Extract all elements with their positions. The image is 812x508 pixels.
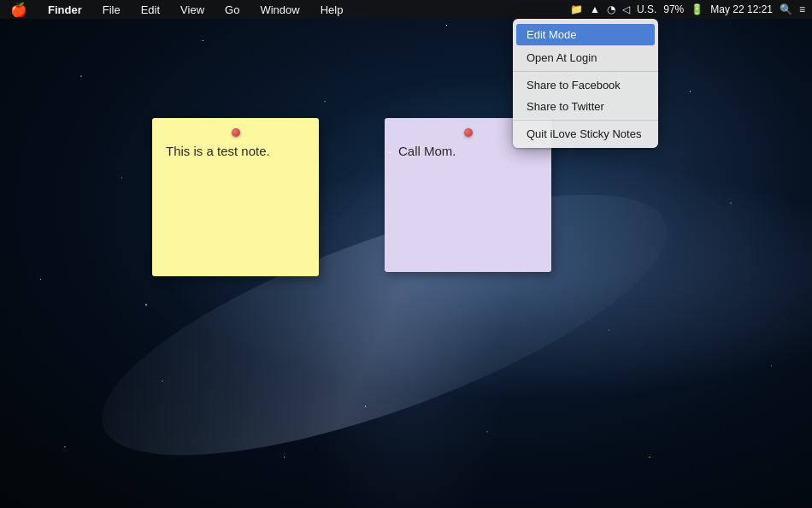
menu-icon[interactable]: ≡ [799,3,805,15]
menu-open-at-login[interactable]: Open At Login [513,47,658,68]
menubar-right: 📁 ▲ ◔ ◁ U.S. 97% 🔋 May 22 12:21 🔍 ≡ [570,3,805,15]
folder-icon: 📁 [570,3,583,15]
menu-edit-mode[interactable]: Edit Mode [516,24,655,45]
menu-quit[interactable]: Quit iLove Sticky Notes [513,123,658,145]
edit-menu[interactable]: Edit [138,3,163,16]
finder-menu[interactable]: Finder [44,3,85,16]
menu-share-twitter[interactable]: Share to Twitter [513,96,658,117]
menu-share-facebook[interactable]: Share to Facebook [513,74,658,96]
desktop: 🍎 Finder File Edit View Go Window Help 📁… [0,0,812,508]
battery-icon: 🔋 [691,3,703,15]
view-menu[interactable]: View [177,3,208,16]
clock-icon: ◔ [607,3,615,15]
wifi-icon: ▲ [590,3,600,15]
help-menu[interactable]: Help [317,3,347,16]
flag-icon: U.S. [637,3,656,15]
galaxy-background [74,142,695,507]
datetime: May 22 12:21 [710,3,773,15]
pin-icon [232,128,240,137]
app-dropdown-menu: Edit Mode Open At Login Share to Faceboo… [513,19,658,148]
search-icon[interactable]: 🔍 [780,3,792,15]
pin-icon-purple [464,128,473,137]
sticky-note-yellow[interactable]: This is a test note. [152,118,319,276]
speaker-icon: ◁ [622,3,630,15]
battery-percent: 97% [663,3,684,15]
menu-separator [513,71,658,72]
menu-separator-2 [513,120,658,121]
apple-menu[interactable]: 🍎 [7,2,31,18]
window-menu[interactable]: Window [256,3,303,16]
menubar: 🍎 Finder File Edit View Go Window Help 📁… [0,0,812,19]
menubar-left: 🍎 Finder File Edit View Go Window Help [7,2,570,18]
note-text-yellow: This is a test note. [166,142,305,162]
go-menu[interactable]: Go [221,3,243,16]
file-menu[interactable]: File [99,3,124,16]
